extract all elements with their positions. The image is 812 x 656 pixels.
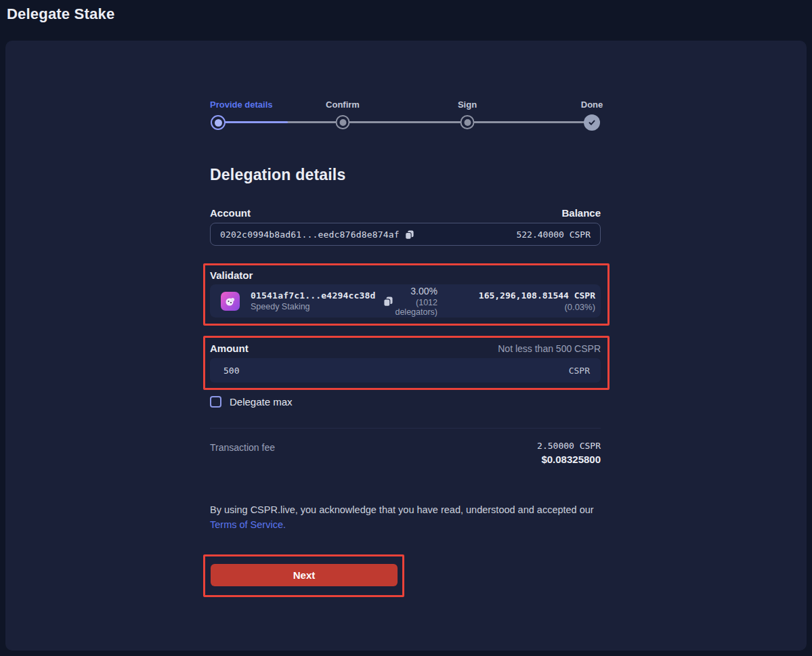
- amount-input-wrap: CSPR: [210, 358, 601, 382]
- main-panel: Provide details Confirm Sign Done: [5, 41, 807, 651]
- step-circle-done: [584, 115, 600, 131]
- validator-fee-column: 3.00% (1012 delegators): [393, 286, 437, 317]
- check-icon: [587, 118, 597, 127]
- content-column: Provide details Confirm Sign Done: [210, 41, 616, 597]
- validator-identity: 01541af7c1...e4294cc38d Speedy Staking: [251, 290, 376, 311]
- transaction-fee-cspr: 2.50000 CSPR: [537, 441, 601, 451]
- validator-annotation-box: Validator 01541af7c1...e4294cc38d Speedy…: [203, 263, 610, 326]
- amount-label: Amount: [210, 343, 249, 354]
- step-label-confirm: Confirm: [326, 100, 360, 110]
- validator-fee: 3.00%: [393, 286, 437, 297]
- page-title: Delegate Stake: [7, 5, 114, 23]
- delegate-max-checkbox[interactable]: [210, 396, 221, 408]
- amount-hint: Not less than 500 CSPR: [498, 343, 601, 354]
- account-balance: 522.40000 CSPR: [516, 229, 591, 240]
- validator-label: Validator: [210, 269, 601, 281]
- amount-input[interactable]: [223, 366, 569, 376]
- delegate-max-row[interactable]: Delegate max: [210, 396, 293, 408]
- step-circle-confirm: [336, 115, 350, 129]
- terms-text: By using CSPR.live, you acknowledge that…: [210, 503, 601, 532]
- copy-icon[interactable]: [383, 296, 393, 307]
- step-label-provide-details: Provide details: [210, 100, 272, 110]
- delegate-max-label: Delegate max: [230, 396, 293, 408]
- account-header-row: Account Balance: [210, 207, 601, 219]
- validator-row[interactable]: 01541af7c1...e4294cc38d Speedy Staking 3…: [210, 284, 601, 318]
- terms-of-service-link[interactable]: Terms of Service.: [210, 519, 286, 530]
- stepper: Provide details Confirm Sign Done: [210, 100, 601, 131]
- validator-delegators: (1012 delegators): [393, 298, 437, 317]
- account-address: 0202c0994b8ad61...eedc876d8e874af: [220, 229, 400, 240]
- copy-icon[interactable]: [404, 229, 414, 240]
- balance-label: Balance: [561, 207, 601, 219]
- amount-header-row: Amount Not less than 500 CSPR: [210, 343, 601, 354]
- transaction-fee-values: 2.50000 CSPR $0.08325800: [537, 441, 601, 465]
- transaction-fee-row: Transaction fee 2.50000 CSPR $0.08325800: [210, 441, 601, 465]
- account-label: Account: [210, 207, 251, 219]
- step-circle-sign: [461, 115, 475, 129]
- step-circle-provide-details: [211, 115, 226, 130]
- validator-total-stake: 165,296,108.81544 CSPR: [456, 290, 595, 301]
- delegation-details-heading: Delegation details: [210, 166, 616, 184]
- step-label-done: Done: [581, 100, 603, 110]
- transaction-fee-usd: $0.08325800: [537, 454, 601, 465]
- account-field: 0202c0994b8ad61...eedc876d8e874af 522.40…: [210, 223, 601, 246]
- amount-annotation-box: Amount Not less than 500 CSPR CSPR: [203, 336, 610, 390]
- delegate-stake-page: Delegate Stake Provide details Confirm S…: [0, 0, 812, 656]
- divider: [210, 428, 601, 429]
- validator-stake-share: (0.03%): [456, 302, 595, 312]
- next-button[interactable]: Next: [211, 564, 398, 586]
- transaction-fee-label: Transaction fee: [210, 441, 275, 465]
- validator-address: 01541af7c1...e4294cc38d: [251, 290, 376, 301]
- step-label-sign: Sign: [458, 100, 477, 110]
- validator-stake-column: 165,296,108.81544 CSPR (0.03%): [456, 290, 595, 312]
- validator-name: Speedy Staking: [251, 302, 376, 311]
- stepper-track-progress: [218, 121, 288, 123]
- next-annotation-box: Next: [203, 554, 404, 597]
- validator-avatar: [221, 292, 240, 311]
- terms-body: By using CSPR.live, you acknowledge that…: [210, 504, 594, 515]
- amount-currency: CSPR: [569, 366, 590, 376]
